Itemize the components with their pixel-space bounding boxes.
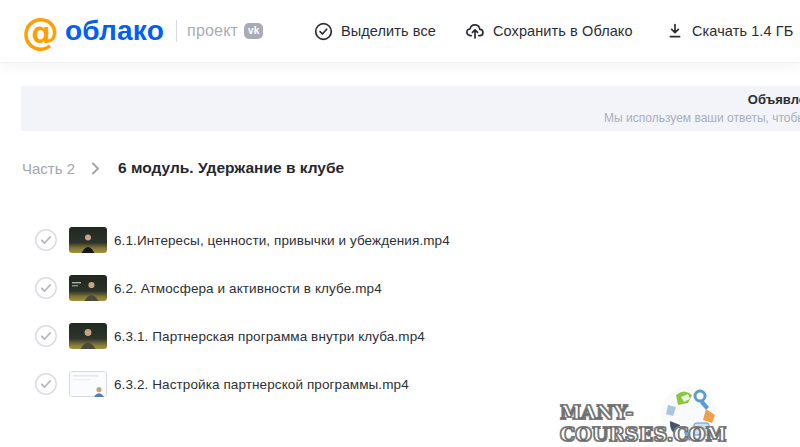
folder-title: 6 модуль. Удержание в клубе [118, 159, 344, 177]
top-header: @ облако проект vk Выделить все Сохранит… [0, 0, 800, 62]
check-circle-icon [314, 22, 333, 41]
file-name: 6.1.Интересы, ценности, привычки и убежд… [114, 233, 450, 248]
select-all-label: Выделить все [341, 23, 436, 39]
file-name: 6.3.2. Настройка партнерской программы.m… [114, 377, 409, 392]
chevron-right-icon [91, 162, 100, 175]
row-checkbox[interactable] [35, 373, 57, 395]
download-label: Скачать 1.4 ГБ [692, 23, 793, 39]
row-checkbox[interactable] [35, 229, 57, 251]
file-row[interactable]: 6.2. Атмосфера и активности в клубе.mp4 [0, 264, 800, 312]
brand-name: облако [65, 15, 164, 47]
video-thumbnail [69, 371, 107, 397]
file-row[interactable]: 6.3.1. Партнерская программа внутри клуб… [0, 312, 800, 360]
announcement-text: Объявле Мы используем ваши ответы, чтобы [604, 92, 800, 125]
file-name: 6.3.1. Партнерская программа внутри клуб… [114, 329, 425, 344]
file-row[interactable]: 6.3.2. Настройка партнерской программы.m… [0, 360, 800, 408]
cloud-logo[interactable]: @ облако проект vk [22, 0, 263, 62]
file-name: 6.2. Атмосфера и активности в клубе.mp4 [114, 281, 382, 296]
file-row[interactable]: 6.1.Интересы, ценности, привычки и убежд… [0, 216, 800, 264]
announcement-subtitle: Мы используем ваши ответы, чтобы [604, 111, 800, 125]
download-button[interactable]: Скачать 1.4 ГБ [666, 0, 793, 62]
project-label: проект [187, 22, 238, 40]
announcement-title: Объявле [604, 92, 800, 107]
cloud-share-page: { "header": { "at_symbol": "@", "brand":… [0, 0, 800, 447]
row-checkbox[interactable] [35, 277, 57, 299]
download-icon [666, 22, 684, 40]
mailru-at-icon: @ [22, 13, 59, 50]
save-to-cloud-label: Сохранить в Облако [493, 23, 633, 39]
video-thumbnail [69, 323, 107, 349]
cloud-upload-icon [465, 21, 485, 41]
select-all-button[interactable]: Выделить все [314, 0, 436, 62]
file-list: 6.1.Интересы, ценности, привычки и убежд… [0, 216, 800, 408]
row-checkbox[interactable] [35, 325, 57, 347]
video-thumbnail [69, 275, 107, 301]
breadcrumb: Часть 2 6 модуль. Удержание в клубе [22, 157, 344, 179]
logo-divider [176, 20, 177, 42]
vk-badge-icon: vk [244, 23, 263, 39]
video-thumbnail [69, 227, 107, 253]
breadcrumb-parent[interactable]: Часть 2 [22, 160, 75, 177]
save-to-cloud-button[interactable]: Сохранить в Облако [465, 0, 633, 62]
announcement-banner: Объявле Мы используем ваши ответы, чтобы [21, 86, 800, 131]
